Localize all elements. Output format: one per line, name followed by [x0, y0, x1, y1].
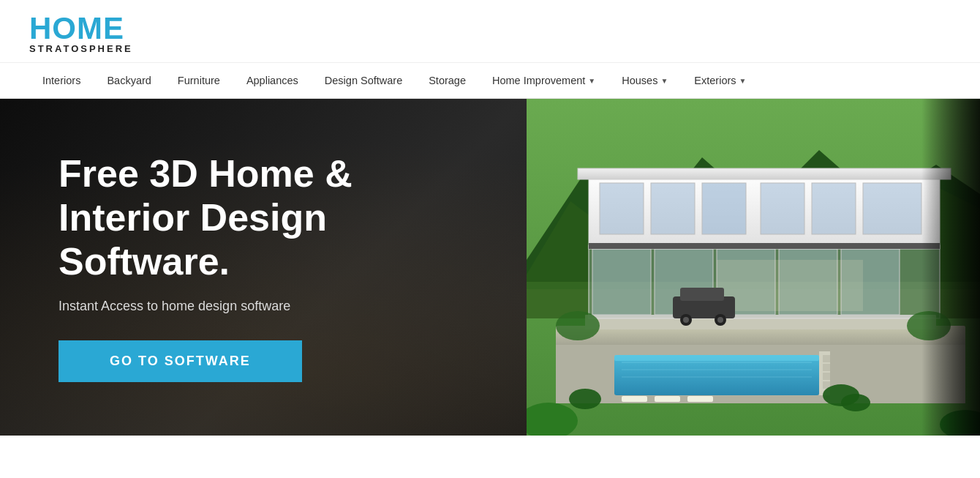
hero-content: Free 3D Home & Interior Design Software.…	[0, 152, 424, 381]
svg-rect-7	[614, 355, 819, 395]
svg-rect-8	[614, 355, 819, 361]
logo-stratosphere-text: STRATOSPHERE	[29, 44, 133, 53]
svg-rect-30	[651, 183, 695, 234]
svg-rect-32	[761, 183, 804, 234]
nav-item-backyard[interactable]: Backyard	[94, 63, 164, 98]
svg-point-45	[841, 394, 870, 411]
house-scene-svg	[527, 99, 980, 436]
nav-item-exteriors[interactable]: Exteriors ▼	[681, 63, 759, 98]
chevron-down-icon: ▼	[660, 77, 668, 85]
chevron-down-icon: ▼	[739, 77, 747, 85]
hero-subtitle: Instant Access to home design software	[59, 299, 424, 314]
nav-item-appliances[interactable]: Appliances	[233, 63, 312, 98]
svg-point-41	[717, 317, 723, 323]
svg-point-39	[683, 317, 689, 323]
site-header: HOME STRATOSPHERE	[0, 0, 980, 62]
svg-rect-19	[687, 396, 713, 402]
nav-item-home-improvement[interactable]: Home Improvement ▼	[479, 63, 608, 98]
nav-item-interiors[interactable]: Interiors	[29, 63, 94, 98]
svg-rect-26	[717, 260, 863, 311]
svg-rect-29	[600, 183, 644, 234]
nav-item-storage[interactable]: Storage	[415, 63, 479, 98]
chevron-down-icon: ▼	[588, 77, 595, 85]
svg-point-42	[556, 311, 600, 340]
svg-rect-49	[921, 99, 980, 436]
svg-rect-28	[578, 168, 951, 179]
svg-point-46	[569, 389, 601, 409]
svg-rect-18	[655, 396, 680, 402]
nav-item-houses[interactable]: Houses ▼	[608, 63, 681, 98]
hero-section: Free 3D Home & Interior Design Software.…	[0, 99, 980, 436]
main-nav: Interiors Backyard Furniture Appliances …	[0, 62, 980, 99]
hero-title: Free 3D Home & Interior Design Software.	[59, 152, 424, 283]
svg-rect-17	[622, 396, 647, 402]
svg-rect-31	[702, 183, 746, 234]
hero-house-image	[527, 99, 980, 436]
svg-rect-33	[812, 183, 856, 234]
go-to-software-button[interactable]: GO TO SOFTWARE	[59, 340, 302, 382]
svg-rect-14	[823, 364, 830, 371]
svg-rect-35	[589, 243, 940, 249]
svg-point-43	[907, 311, 951, 340]
logo-home-text: HOME	[29, 13, 133, 44]
nav-item-design-software[interactable]: Design Software	[312, 63, 415, 98]
site-logo[interactable]: HOME STRATOSPHERE	[29, 13, 133, 53]
svg-rect-34	[863, 183, 921, 234]
svg-rect-15	[823, 373, 830, 380]
svg-point-48	[940, 410, 980, 436]
nav-item-furniture[interactable]: Furniture	[165, 63, 233, 98]
svg-rect-21	[592, 249, 651, 315]
svg-rect-13	[823, 355, 830, 362]
svg-rect-37	[680, 288, 724, 301]
